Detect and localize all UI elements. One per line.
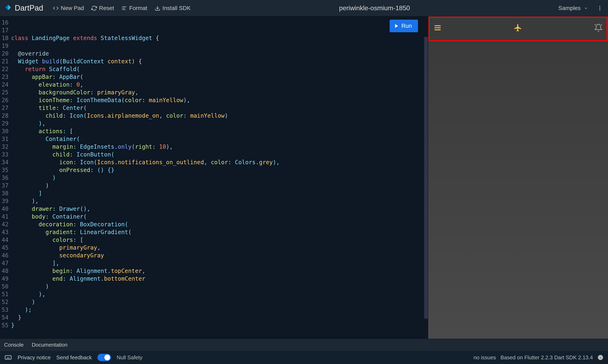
main-split: Run 161718class LandingPage extends Stat… — [0, 16, 608, 339]
code-line[interactable]: 16 — [2, 19, 428, 26]
code-line[interactable]: 22 return Scaffold( — [2, 65, 428, 73]
tab-console[interactable]: Console — [4, 342, 24, 348]
svg-point-4 — [599, 8, 600, 9]
code-line[interactable]: 52 ) — [2, 298, 428, 306]
notifications-icon[interactable] — [594, 24, 603, 32]
code-line[interactable]: 50 ) — [2, 283, 428, 290]
run-button[interactable]: Run — [390, 20, 418, 32]
null-safety-label: Null Safety — [117, 354, 142, 361]
code-line[interactable]: 26 iconTheme: IconThemeData(color: mainY… — [2, 96, 428, 104]
tab-documentation[interactable]: Documentation — [32, 342, 67, 348]
code-line[interactable]: 20 @override — [2, 50, 428, 58]
code-line[interactable]: 42 decoration: BoxDecoration( — [2, 221, 428, 228]
info-icon[interactable] — [597, 354, 604, 361]
null-safety-toggle[interactable] — [97, 354, 111, 361]
code-line[interactable]: 30 actions: [ — [2, 128, 428, 135]
code-line[interactable]: 49 end: Alignment.bottomCenter — [2, 275, 428, 283]
reset-button[interactable]: Reset — [88, 3, 118, 13]
code-line[interactable]: 27 title: Center( — [2, 104, 428, 112]
code-line[interactable]: 18class LandingPage extends StatelessWid… — [2, 34, 428, 42]
code-line[interactable]: 51 ), — [2, 290, 428, 298]
code-line[interactable]: 45 primaryGray, — [2, 244, 428, 252]
new-pad-button[interactable]: New Pad — [49, 3, 88, 13]
airplane-icon — [514, 24, 522, 32]
svg-point-5 — [599, 9, 600, 10]
format-button[interactable]: Format — [118, 3, 151, 13]
scrollbar[interactable] — [424, 37, 428, 319]
code-line[interactable]: 31 Container( — [2, 135, 428, 143]
code-line[interactable]: 28 child: Icon(Icons.airplanemode_on, co… — [2, 112, 428, 120]
refresh-icon — [91, 5, 97, 11]
project-name[interactable]: periwinkle-osmium-1850 — [339, 4, 410, 12]
logo[interactable]: DartPad — [4, 4, 43, 13]
app-title: DartPad — [15, 4, 43, 13]
code-line[interactable]: 19 — [2, 42, 428, 50]
statusbar: Privacy notice Send feedback Null Safety… — [0, 351, 608, 364]
play-icon — [394, 24, 399, 28]
code-line[interactable]: 39 ), — [2, 197, 428, 205]
svg-rect-10 — [5, 356, 11, 359]
code-line[interactable]: 24 elevation: 0, — [2, 81, 428, 89]
toolbar: DartPad New Pad Reset Format Install SDK… — [0, 0, 608, 16]
code-line[interactable]: 36 ) — [2, 174, 428, 182]
chevron-down-icon — [584, 6, 588, 10]
code-line[interactable]: 48 begin: Alignment.topCenter, — [2, 267, 428, 275]
install-sdk-button[interactable]: Install SDK — [151, 3, 194, 13]
code-line[interactable]: 25 backgroundColor: primaryGray, — [2, 89, 428, 96]
bottom-tabs: Console Documentation — [0, 339, 608, 351]
code-line[interactable]: 44 colors: [ — [2, 236, 428, 244]
code-line[interactable]: 47 ], — [2, 260, 428, 267]
preview-pane — [428, 16, 608, 339]
code-line[interactable]: 21 Widget build(BuildContext context) { — [2, 58, 428, 65]
code-line[interactable]: 46 secondaryGray — [2, 252, 428, 260]
code-editor[interactable]: 161718class LandingPage extends Stateles… — [0, 16, 428, 332]
svg-marker-6 — [395, 24, 398, 28]
code-line[interactable]: 40 drawer: Drawer(), — [2, 205, 428, 213]
issues-status[interactable]: no issues — [474, 354, 496, 361]
code-line[interactable]: 38 ] — [2, 190, 428, 197]
code-line[interactable]: 43 gradient: LinearGradient( — [2, 228, 428, 236]
code-line[interactable]: 17 — [2, 26, 428, 34]
version-status: Based on Flutter 2.2.3 Dart SDK 2.13.4 — [501, 354, 593, 361]
code-line[interactable]: 32 margin: EdgeInsets.only(right: 10), — [2, 143, 428, 151]
code-line[interactable]: 29 ), — [2, 120, 428, 128]
format-icon — [121, 5, 127, 11]
code-line[interactable]: 37 ) — [2, 182, 428, 190]
code-line[interactable]: 34 icon: Icon(Icons.notifications_on_out… — [2, 158, 428, 166]
privacy-link[interactable]: Privacy notice — [18, 354, 51, 361]
code-line[interactable]: 55} — [2, 322, 428, 329]
preview-appbar — [428, 16, 608, 39]
code-line[interactable]: 33 child: IconButton( — [2, 151, 428, 158]
samples-dropdown[interactable]: Samples — [555, 3, 592, 13]
svg-point-3 — [599, 6, 600, 7]
menu-icon[interactable] — [434, 24, 442, 32]
dart-logo-icon — [4, 4, 12, 12]
code-icon — [53, 5, 59, 11]
code-line[interactable]: 41 body: Container( — [2, 213, 428, 221]
more-menu-button[interactable] — [596, 4, 604, 13]
preview-body — [428, 39, 608, 339]
keyboard-icon[interactable] — [4, 354, 12, 361]
code-line[interactable]: 54 } — [2, 314, 428, 322]
editor-pane: Run 161718class LandingPage extends Stat… — [0, 16, 428, 339]
download-icon — [155, 5, 160, 11]
code-line[interactable]: 53 ); — [2, 306, 428, 314]
code-line[interactable]: 23 appBar: AppBar( — [2, 73, 428, 81]
feedback-link[interactable]: Send feedback — [56, 354, 92, 361]
code-line[interactable]: 35 onPressed: () {} — [2, 166, 428, 174]
dots-vertical-icon — [597, 5, 603, 11]
